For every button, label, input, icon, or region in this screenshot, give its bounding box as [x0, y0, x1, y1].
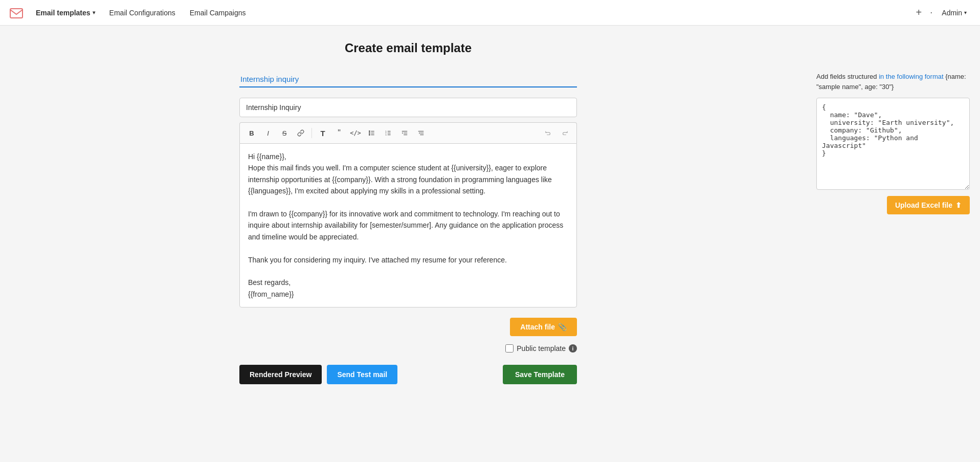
public-template-row: Public template i — [239, 344, 577, 353]
json-fields-textarea[interactable]: { name: "Dave", university: "Earth unive… — [816, 98, 970, 190]
attach-file-label: Attach file — [520, 323, 555, 331]
info-icon[interactable]: i — [569, 344, 577, 353]
rendered-preview-button[interactable]: Rendered Preview — [239, 365, 322, 384]
bullet-list-button[interactable] — [364, 126, 380, 140]
undo-button[interactable] — [541, 126, 556, 140]
heading-button[interactable]: T — [315, 126, 330, 140]
app-logo — [8, 5, 25, 21]
ordered-list-button[interactable]: 1.2.3. — [381, 126, 396, 140]
quote-button[interactable]: " — [331, 126, 347, 140]
upload-excel-button[interactable]: Upload Excel file ⬆ — [887, 196, 970, 214]
upload-icon: ⬆ — [955, 201, 962, 209]
svg-rect-0 — [10, 9, 23, 18]
bottom-left-buttons: Rendered Preview Send Test mail — [239, 365, 397, 384]
chevron-down-icon: ▾ — [964, 10, 967, 15]
page-title: Create email template — [345, 41, 472, 55]
hint-link[interactable]: in the following format — [879, 73, 943, 80]
nav-right: + · Admin ▾ — [912, 5, 972, 20]
svg-point-4 — [369, 131, 370, 132]
bottom-actions: Rendered Preview Send Test mail Save Tem… — [239, 365, 577, 384]
indent-increase-button[interactable] — [413, 126, 429, 140]
editor-toolbar: B I S T " </> 1.2.3. — [239, 122, 577, 143]
svg-point-6 — [369, 135, 370, 136]
redo-button[interactable] — [557, 126, 572, 140]
public-template-checkbox[interactable] — [505, 344, 514, 353]
dot-separator: · — [930, 7, 932, 18]
fields-hint: Add fields structured in the following f… — [816, 72, 970, 92]
upload-excel-label: Upload Excel file — [895, 201, 952, 209]
add-button[interactable]: + — [912, 5, 926, 20]
center-panel: Create email template B I S T " — [10, 41, 806, 447]
toolbar-divider — [311, 128, 312, 138]
right-panel: Add fields structured in the following f… — [816, 41, 970, 447]
email-body-editor[interactable]: Hi {{name}}, Hope this mail finds you we… — [239, 143, 577, 307]
indent-decrease-button[interactable] — [397, 126, 412, 140]
italic-button[interactable]: I — [260, 126, 276, 140]
link-button[interactable] — [293, 126, 308, 140]
send-test-mail-button[interactable]: Send Test mail — [327, 365, 397, 384]
nav-email-campaigns[interactable]: Email Campaigns — [185, 6, 251, 20]
svg-point-5 — [369, 133, 370, 134]
attach-row: Attach file 📎 — [239, 318, 577, 336]
form-container: B I S T " </> 1.2.3. — [239, 72, 577, 307]
paperclip-icon: 📎 — [558, 323, 567, 331]
nav-email-templates[interactable]: Email templates ▾ — [31, 6, 100, 20]
bold-button[interactable]: B — [244, 126, 259, 140]
code-button[interactable]: </> — [348, 126, 363, 140]
main-content: Create email template B I S T " — [0, 26, 980, 462]
attach-file-button[interactable]: Attach file 📎 — [510, 318, 577, 336]
svg-text:3.: 3. — [385, 134, 387, 136]
nav-email-configurations[interactable]: Email Configurations — [104, 6, 181, 20]
admin-menu[interactable]: Admin ▾ — [937, 6, 972, 20]
strikethrough-button[interactable]: S — [277, 126, 292, 140]
undo-redo-group — [541, 126, 572, 140]
chevron-down-icon: ▾ — [93, 10, 95, 15]
public-template-label: Public template — [517, 344, 566, 353]
template-name-input[interactable] — [239, 72, 577, 87]
save-template-button[interactable]: Save Template — [503, 365, 577, 384]
navbar: Email templates ▾ Email Configurations E… — [0, 0, 980, 26]
subject-input[interactable] — [239, 98, 577, 117]
